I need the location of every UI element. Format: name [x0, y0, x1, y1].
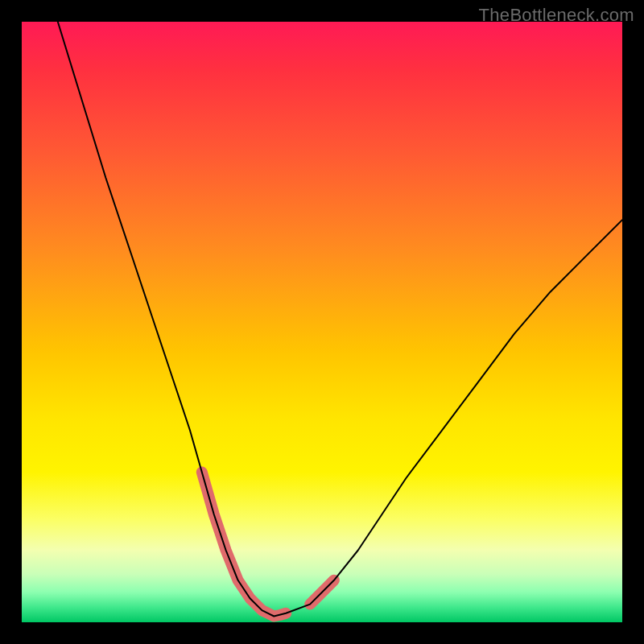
bottleneck-curve-path: [58, 22, 622, 617]
plot-area: [22, 22, 622, 622]
curve-svg: [22, 22, 622, 622]
chart-frame: TheBottleneck.com: [0, 0, 644, 644]
highlight-segment: [202, 473, 286, 617]
watermark-text: TheBottleneck.com: [479, 5, 634, 26]
